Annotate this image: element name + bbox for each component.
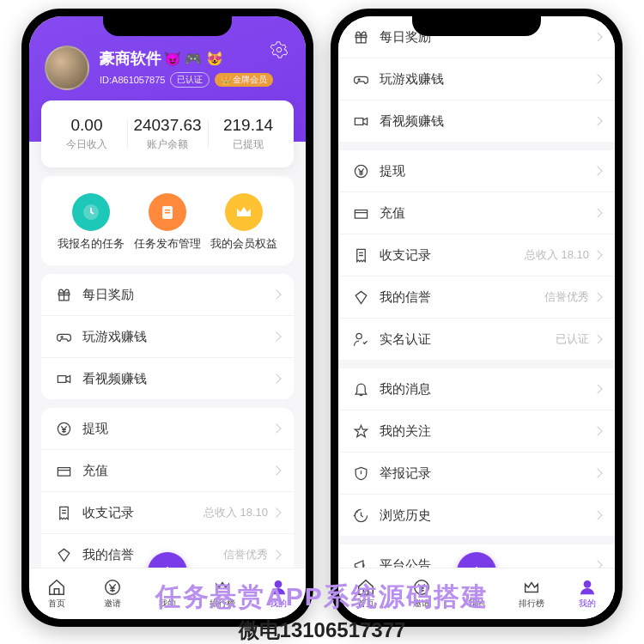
- user-emojis: 😈 🎮 😻: [164, 51, 223, 67]
- row-label: 玩游戏赚钱: [82, 329, 273, 345]
- svg-rect-3: [165, 210, 170, 211]
- nav-邀请[interactable]: 邀请: [84, 578, 139, 610]
- menu-row-receipt[interactable]: 收支记录 总收入 18.10: [41, 492, 294, 534]
- username[interactable]: 豪商软件: [100, 48, 161, 69]
- menu-row-user-check[interactable]: 实名认证 已认证: [338, 319, 615, 360]
- chevron-right-icon: [592, 74, 602, 83]
- clock-icon: [72, 193, 110, 231]
- balance-item-1[interactable]: 24037.63 账户余额: [127, 116, 208, 152]
- nav-我的[interactable]: 我的: [140, 578, 195, 610]
- menu-row-gift[interactable]: 每日奖励: [41, 274, 294, 316]
- settings-icon[interactable]: [270, 40, 289, 59]
- row-label: 每日奖励: [82, 287, 273, 303]
- nav-排行榜[interactable]: 排行榜: [504, 578, 559, 610]
- row-label: 我的消息: [380, 381, 594, 398]
- quick-actions: 我报名的任务 任务发布管理 我的会员权益: [41, 176, 294, 265]
- gift-icon: [55, 286, 72, 303]
- menu-row-card[interactable]: 充值: [41, 450, 294, 492]
- menu-row-bell[interactable]: 我的消息: [338, 368, 615, 410]
- balance-item-2[interactable]: 219.14 已提现: [208, 116, 289, 152]
- bell-icon: [352, 380, 369, 398]
- menu-row-video[interactable]: 看视频赚钱: [338, 100, 615, 142]
- gamepad-icon: [352, 70, 369, 88]
- phone-left: 豪商软件 😈 🎮 😻 ID:A861057875 已认证 👑 金牌会员 0.00…: [21, 9, 313, 627]
- star-icon: [352, 422, 369, 440]
- row-label: 我的信誉: [380, 289, 544, 306]
- menu-group-a: 每日奖励 玩游戏赚钱 看视频赚钱: [41, 274, 294, 399]
- menu-row-yen[interactable]: 提现: [41, 408, 294, 450]
- menu-row-star[interactable]: 我的关注: [338, 410, 615, 453]
- chevron-right-icon: [271, 423, 281, 433]
- nav-我的[interactable]: 我的: [560, 578, 615, 610]
- chevron-right-icon: [592, 32, 602, 41]
- receipt-icon: [352, 246, 369, 264]
- menu-row-gamepad[interactable]: 玩游戏赚钱: [41, 316, 294, 358]
- menu-row-diamond[interactable]: 我的信誉 信誉优秀: [338, 276, 615, 319]
- video-icon: [55, 370, 72, 387]
- svg-point-0: [276, 47, 282, 52]
- bottom-nav-left: 首页 邀请 我的 排行榜 我的: [29, 568, 306, 619]
- chevron-right-icon: [592, 116, 602, 125]
- row-label: 充值: [380, 205, 594, 222]
- chevron-right-icon: [592, 426, 602, 435]
- plus-icon: [467, 578, 486, 597]
- menu-row-shield[interactable]: 举报记录: [338, 453, 615, 495]
- yen-icon: [55, 420, 72, 437]
- balance-value: 0.00: [46, 116, 127, 135]
- row-label: 浏览历史: [380, 507, 594, 524]
- gold-badge: 👑 金牌会员: [215, 73, 273, 87]
- avatar[interactable]: [45, 46, 89, 90]
- user-icon: [578, 578, 597, 597]
- action-clock[interactable]: 我报名的任务: [58, 193, 125, 252]
- action-folder[interactable]: 任务发布管理: [134, 193, 201, 252]
- row-label: 充值: [82, 463, 273, 479]
- nav-邀请[interactable]: 邀请: [393, 578, 448, 610]
- menu-row-receipt[interactable]: 收支记录 总收入 18.10: [338, 234, 615, 276]
- nav-我的[interactable]: 我的: [449, 578, 504, 610]
- balance-item-0[interactable]: 0.00 今日收入: [46, 116, 127, 152]
- diamond-icon: [352, 289, 369, 306]
- chevron-right-icon: [271, 289, 281, 299]
- action-crown[interactable]: 我的会员权益: [210, 193, 277, 252]
- nav-排行榜[interactable]: 排行榜: [195, 578, 250, 610]
- screen-left: 豪商软件 😈 🎮 😻 ID:A861057875 已认证 👑 金牌会员 0.00…: [29, 16, 306, 619]
- menu-row-history[interactable]: 浏览历史: [338, 495, 615, 536]
- row-label: 我的关注: [380, 423, 594, 440]
- row-extra: 信誉优秀: [544, 289, 589, 305]
- row-label: 提现: [82, 421, 273, 437]
- row-label: 收支记录: [82, 505, 204, 521]
- menu-row-video[interactable]: 看视频赚钱: [41, 358, 294, 399]
- menu-row-card[interactable]: 充值: [338, 192, 615, 234]
- nav-首页[interactable]: 首页: [338, 578, 393, 610]
- menu-row-gamepad[interactable]: 玩游戏赚钱: [338, 58, 615, 100]
- history-icon: [352, 507, 369, 524]
- chevron-right-icon: [592, 510, 602, 519]
- row-label: 提现: [380, 163, 594, 179]
- action-label: 我的会员权益: [210, 236, 277, 252]
- balance-label: 账户余额: [127, 137, 208, 152]
- balance-value: 219.14: [208, 116, 289, 135]
- chevron-right-icon: [271, 331, 281, 341]
- chevron-right-icon: [592, 468, 602, 477]
- gift-icon: [352, 28, 369, 46]
- nav-我的[interactable]: 我的: [251, 578, 306, 610]
- chevron-right-icon: [271, 507, 281, 517]
- yen-icon: [103, 578, 122, 597]
- crown-icon: [225, 193, 263, 231]
- verified-badge: 已认证: [170, 72, 210, 88]
- chevron-right-icon: [271, 550, 281, 559]
- menu-row-yen[interactable]: 提现: [338, 150, 615, 192]
- chevron-right-icon: [592, 292, 602, 301]
- row-extra: 信誉优秀: [223, 547, 268, 562]
- row-label: 举报记录: [380, 465, 594, 482]
- user-check-icon: [352, 331, 369, 348]
- chevron-right-icon: [592, 250, 602, 259]
- phone-right: 每日奖励 玩游戏赚钱 看视频赚钱 提现 充值 收支记录: [331, 9, 623, 627]
- row-label: 看视频赚钱: [380, 113, 594, 130]
- row-label: 玩游戏赚钱: [380, 71, 594, 88]
- folder-icon: [149, 193, 186, 231]
- user-id: ID:A861057875: [100, 75, 165, 85]
- yen-icon: [412, 578, 431, 597]
- nav-首页[interactable]: 首页: [29, 578, 84, 610]
- balance-label: 今日收入: [46, 137, 127, 152]
